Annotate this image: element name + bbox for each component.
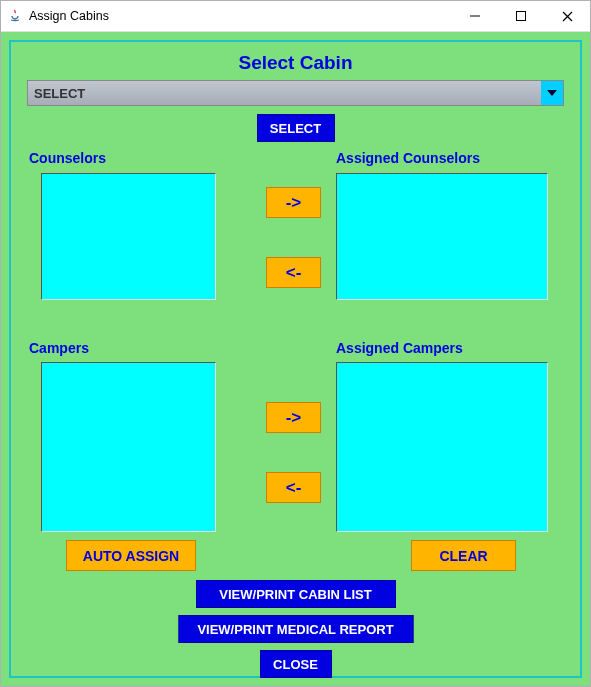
auto-assign-button[interactable]: AUTO ASSIGN	[66, 540, 196, 571]
app-window: Assign Cabins Select Cabin SELECT	[0, 0, 591, 687]
arrow-right-icon: ->	[286, 193, 302, 213]
maximize-button[interactable]	[498, 1, 544, 31]
move-camper-right-button[interactable]: ->	[266, 402, 321, 433]
arrow-left-icon: <-	[286, 478, 302, 498]
view-medical-label: VIEW/PRINT MEDICAL REPORT	[197, 622, 393, 637]
cabin-select-wrap: SELECT	[27, 80, 564, 106]
client-area: Select Cabin SELECT SELECT Counselors As…	[1, 32, 590, 686]
move-counselor-right-button[interactable]: ->	[266, 187, 321, 218]
svg-marker-4	[547, 90, 557, 96]
assigned-counselors-label: Assigned Counselors	[336, 150, 480, 166]
close-window-button[interactable]	[544, 1, 590, 31]
arrow-left-icon: <-	[286, 263, 302, 283]
close-label: CLOSE	[273, 657, 318, 672]
clear-label: CLEAR	[439, 548, 487, 564]
view-print-medical-report-button[interactable]: VIEW/PRINT MEDICAL REPORT	[178, 615, 413, 643]
svg-rect-1	[517, 12, 526, 21]
select-button[interactable]: SELECT	[257, 114, 335, 142]
titlebar: Assign Cabins	[1, 1, 590, 32]
assigned-counselors-list[interactable]	[336, 173, 548, 300]
java-icon	[7, 8, 23, 24]
close-button[interactable]: CLOSE	[260, 650, 332, 678]
assigned-campers-label: Assigned Campers	[336, 340, 463, 356]
auto-assign-label: AUTO ASSIGN	[83, 548, 179, 564]
move-camper-left-button[interactable]: <-	[266, 472, 321, 503]
page-title: Select Cabin	[11, 52, 580, 74]
campers-list[interactable]	[41, 362, 216, 532]
view-print-cabin-list-button[interactable]: VIEW/PRINT CABIN LIST	[196, 580, 396, 608]
main-panel: Select Cabin SELECT SELECT Counselors As…	[9, 40, 582, 678]
counselors-label: Counselors	[29, 150, 106, 166]
cabin-select[interactable]: SELECT	[27, 80, 564, 106]
arrow-right-icon: ->	[286, 408, 302, 428]
select-button-label: SELECT	[270, 121, 321, 136]
campers-label: Campers	[29, 340, 89, 356]
window-title: Assign Cabins	[29, 9, 452, 23]
view-cabin-label: VIEW/PRINT CABIN LIST	[219, 587, 371, 602]
counselors-list[interactable]	[41, 173, 216, 300]
minimize-button[interactable]	[452, 1, 498, 31]
clear-button[interactable]: CLEAR	[411, 540, 516, 571]
move-counselor-left-button[interactable]: <-	[266, 257, 321, 288]
assigned-campers-list[interactable]	[336, 362, 548, 532]
window-controls	[452, 1, 590, 31]
chevron-down-icon	[541, 81, 563, 105]
cabin-select-value: SELECT	[34, 86, 85, 101]
